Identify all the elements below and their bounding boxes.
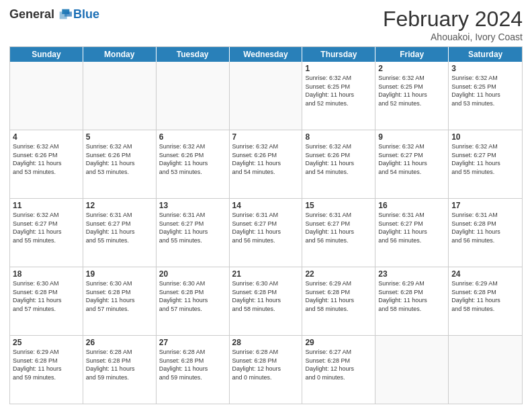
day-info: Sunrise: 6:28 AMSunset: 6:28 PMDaylight:…: [86, 348, 153, 381]
header-day-friday: Friday: [375, 47, 449, 62]
day-info: Sunrise: 6:29 AMSunset: 6:28 PMDaylight:…: [13, 348, 80, 381]
day-number: 27: [159, 338, 226, 347]
day-number: 25: [13, 338, 80, 347]
calendar-week-3: 18Sunrise: 6:30 AMSunset: 6:28 PMDayligh…: [10, 267, 522, 335]
calendar-week-4: 25Sunrise: 6:29 AMSunset: 6:28 PMDayligh…: [10, 335, 522, 404]
day-info: Sunrise: 6:31 AMSunset: 6:27 PMDaylight:…: [86, 211, 153, 244]
calendar-cell: [157, 62, 230, 130]
calendar-cell: [10, 62, 83, 130]
calendar-cell: 2Sunrise: 6:32 AMSunset: 6:25 PMDaylight…: [375, 62, 449, 130]
calendar-cell: 24Sunrise: 6:29 AMSunset: 6:28 PMDayligh…: [449, 267, 522, 335]
calendar-cell: 12Sunrise: 6:31 AMSunset: 6:27 PMDayligh…: [83, 199, 157, 267]
calendar-cell: 21Sunrise: 6:30 AMSunset: 6:28 PMDayligh…: [230, 267, 303, 335]
calendar-cell: 1Sunrise: 6:32 AMSunset: 6:25 PMDaylight…: [302, 62, 375, 130]
day-info: Sunrise: 6:28 AMSunset: 6:28 PMDaylight:…: [232, 348, 300, 381]
day-info: Sunrise: 6:32 AMSunset: 6:26 PMDaylight:…: [86, 142, 153, 176]
header-day-saturday: Saturday: [449, 47, 522, 62]
day-number: 14: [232, 201, 300, 210]
day-number: 21: [232, 269, 300, 279]
day-info: Sunrise: 6:32 AMSunset: 6:25 PMDaylight:…: [305, 74, 372, 107]
day-info: Sunrise: 6:32 AMSunset: 6:26 PMDaylight:…: [232, 142, 300, 176]
calendar-week-1: 4Sunrise: 6:32 AMSunset: 6:26 PMDaylight…: [10, 130, 522, 198]
header: General Blue February 2024 Ahouakoi, Ivo…: [9, 7, 523, 42]
calendar-cell: [83, 62, 157, 130]
day-info: Sunrise: 6:32 AMSunset: 6:27 PMDaylight:…: [451, 142, 519, 176]
day-number: 9: [378, 132, 445, 142]
day-number: 15: [305, 201, 372, 210]
day-info: Sunrise: 6:30 AMSunset: 6:28 PMDaylight:…: [232, 279, 300, 313]
day-info: Sunrise: 6:27 AMSunset: 6:28 PMDaylight:…: [305, 348, 372, 381]
calendar-cell: 14Sunrise: 6:31 AMSunset: 6:27 PMDayligh…: [230, 199, 303, 267]
day-info: Sunrise: 6:32 AMSunset: 6:26 PMDaylight:…: [13, 142, 80, 176]
calendar: SundayMondayTuesdayWednesdayThursdayFrid…: [9, 46, 523, 404]
day-info: Sunrise: 6:31 AMSunset: 6:27 PMDaylight:…: [378, 211, 445, 244]
day-number: 6: [159, 132, 226, 142]
calendar-cell: 11Sunrise: 6:32 AMSunset: 6:27 PMDayligh…: [10, 199, 83, 267]
logo-icon: [57, 7, 72, 21]
calendar-cell: 13Sunrise: 6:31 AMSunset: 6:27 PMDayligh…: [157, 199, 230, 267]
day-number: 19: [86, 269, 153, 279]
calendar-body: 1Sunrise: 6:32 AMSunset: 6:25 PMDaylight…: [10, 62, 522, 404]
day-number: 2: [378, 64, 445, 73]
header-day-monday: Monday: [83, 47, 157, 62]
day-number: 11: [13, 201, 80, 210]
calendar-cell: 19Sunrise: 6:30 AMSunset: 6:28 PMDayligh…: [83, 267, 157, 335]
day-info: Sunrise: 6:30 AMSunset: 6:28 PMDaylight:…: [159, 279, 226, 313]
day-info: Sunrise: 6:31 AMSunset: 6:27 PMDaylight:…: [305, 211, 372, 244]
calendar-cell: 3Sunrise: 6:32 AMSunset: 6:25 PMDaylight…: [449, 62, 522, 130]
day-info: Sunrise: 6:32 AMSunset: 6:25 PMDaylight:…: [451, 74, 519, 107]
calendar-cell: 18Sunrise: 6:30 AMSunset: 6:28 PMDayligh…: [10, 267, 83, 335]
day-number: 3: [451, 64, 519, 73]
day-number: 5: [86, 132, 153, 142]
day-info: Sunrise: 6:31 AMSunset: 6:27 PMDaylight:…: [232, 211, 300, 244]
calendar-cell: 17Sunrise: 6:31 AMSunset: 6:28 PMDayligh…: [449, 199, 522, 267]
day-number: 26: [86, 338, 153, 347]
calendar-cell: 16Sunrise: 6:31 AMSunset: 6:27 PMDayligh…: [375, 199, 449, 267]
day-info: Sunrise: 6:31 AMSunset: 6:28 PMDaylight:…: [451, 211, 519, 244]
calendar-week-2: 11Sunrise: 6:32 AMSunset: 6:27 PMDayligh…: [10, 198, 522, 267]
day-number: 16: [378, 201, 445, 210]
day-number: 1: [305, 64, 372, 73]
calendar-cell: 27Sunrise: 6:28 AMSunset: 6:28 PMDayligh…: [157, 336, 230, 404]
day-info: Sunrise: 6:28 AMSunset: 6:28 PMDaylight:…: [159, 348, 226, 381]
day-info: Sunrise: 6:32 AMSunset: 6:26 PMDaylight:…: [159, 142, 226, 176]
header-day-tuesday: Tuesday: [157, 47, 230, 62]
calendar-header: SundayMondayTuesdayWednesdayThursdayFrid…: [10, 47, 522, 62]
location: Ahouakoi, Ivory Coast: [383, 32, 523, 42]
calendar-cell: 23Sunrise: 6:29 AMSunset: 6:28 PMDayligh…: [375, 267, 449, 335]
day-info: Sunrise: 6:29 AMSunset: 6:28 PMDaylight:…: [451, 279, 519, 313]
day-info: Sunrise: 6:30 AMSunset: 6:28 PMDaylight:…: [86, 279, 153, 313]
day-number: 23: [378, 269, 445, 279]
day-info: Sunrise: 6:32 AMSunset: 6:25 PMDaylight:…: [378, 74, 445, 107]
calendar-cell: 26Sunrise: 6:28 AMSunset: 6:28 PMDayligh…: [83, 336, 157, 404]
calendar-cell: 5Sunrise: 6:32 AMSunset: 6:26 PMDaylight…: [83, 130, 157, 198]
month-title: February 2024: [383, 7, 523, 32]
calendar-week-0: 1Sunrise: 6:32 AMSunset: 6:25 PMDaylight…: [10, 62, 522, 130]
calendar-cell: 6Sunrise: 6:32 AMSunset: 6:26 PMDaylight…: [157, 130, 230, 198]
title-block: February 2024 Ahouakoi, Ivory Coast: [383, 7, 523, 42]
day-info: Sunrise: 6:30 AMSunset: 6:28 PMDaylight:…: [13, 279, 80, 313]
calendar-cell: 28Sunrise: 6:28 AMSunset: 6:28 PMDayligh…: [230, 336, 303, 404]
day-info: Sunrise: 6:32 AMSunset: 6:27 PMDaylight:…: [378, 142, 445, 176]
page: General Blue February 2024 Ahouakoi, Ivo…: [0, 0, 532, 411]
day-info: Sunrise: 6:29 AMSunset: 6:28 PMDaylight:…: [378, 279, 445, 313]
day-number: 28: [232, 338, 300, 347]
day-info: Sunrise: 6:29 AMSunset: 6:28 PMDaylight:…: [305, 279, 372, 313]
day-number: 12: [86, 201, 153, 210]
day-number: 4: [13, 132, 80, 142]
calendar-cell: [230, 62, 303, 130]
day-number: 18: [13, 269, 80, 279]
day-info: Sunrise: 6:32 AMSunset: 6:27 PMDaylight:…: [13, 211, 80, 244]
day-info: Sunrise: 6:31 AMSunset: 6:27 PMDaylight:…: [159, 211, 226, 244]
day-number: 13: [159, 201, 226, 210]
logo-blue-text: Blue: [73, 7, 99, 21]
day-number: 24: [451, 269, 519, 279]
calendar-cell: 4Sunrise: 6:32 AMSunset: 6:26 PMDaylight…: [10, 130, 83, 198]
calendar-cell: 20Sunrise: 6:30 AMSunset: 6:28 PMDayligh…: [157, 267, 230, 335]
calendar-cell: 25Sunrise: 6:29 AMSunset: 6:28 PMDayligh…: [10, 336, 83, 404]
calendar-cell: 10Sunrise: 6:32 AMSunset: 6:27 PMDayligh…: [449, 130, 522, 198]
day-number: 17: [451, 201, 519, 210]
day-number: 7: [232, 132, 300, 142]
calendar-cell: 22Sunrise: 6:29 AMSunset: 6:28 PMDayligh…: [302, 267, 375, 335]
day-number: 20: [159, 269, 226, 279]
